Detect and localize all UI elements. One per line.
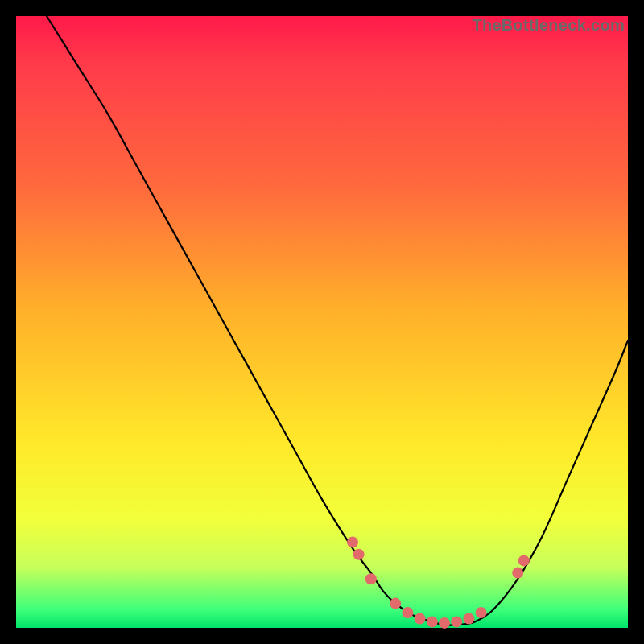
marker-dot	[451, 616, 462, 627]
marker-dot	[512, 568, 523, 579]
marker-dot	[402, 607, 413, 618]
marker-dot	[347, 537, 358, 548]
chart-svg	[16, 16, 628, 628]
marker-dot	[353, 549, 365, 560]
marker-dot	[390, 598, 401, 609]
marker-dot	[518, 555, 530, 566]
bottleneck-curve	[47, 16, 628, 625]
marker-dot	[427, 616, 438, 627]
marker-dots	[347, 537, 530, 629]
marker-dot	[439, 617, 450, 629]
marker-dot	[463, 613, 474, 625]
marker-dot	[476, 607, 487, 618]
marker-dot	[365, 573, 377, 584]
chart-frame: TheBottleneck.com	[16, 16, 628, 628]
marker-dot	[415, 613, 426, 625]
